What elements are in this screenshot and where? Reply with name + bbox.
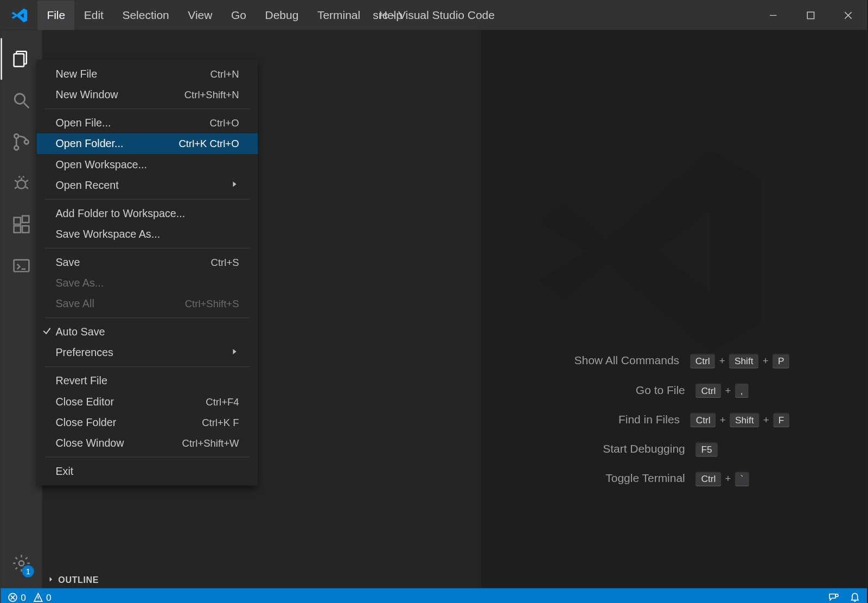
menu-item-label: Close Folder xyxy=(55,416,116,428)
activity-bar: 1 xyxy=(1,30,42,588)
menu-selection[interactable]: Selection xyxy=(113,1,178,30)
svg-rect-9 xyxy=(14,226,21,232)
menu-item-shortcut: Ctrl+N xyxy=(210,68,239,80)
vscode-watermark-icon xyxy=(529,131,770,375)
menu-item-shortcut: Ctrl+S xyxy=(211,257,239,268)
menu-item-label: Close Window xyxy=(55,437,124,449)
file-menu-item[interactable]: New WindowCtrl+Shift+N xyxy=(37,84,258,105)
chevron-right-icon xyxy=(229,179,239,191)
file-menu-item[interactable]: Close FolderCtrl+K F xyxy=(37,412,258,433)
menu-item-label: Save xyxy=(55,256,80,268)
chevron-right-icon xyxy=(46,575,55,584)
file-menu-item[interactable]: New FileCtrl+N xyxy=(37,64,258,84)
svg-rect-10 xyxy=(22,226,29,232)
svg-point-4 xyxy=(14,134,18,138)
menu-item-label: Exit xyxy=(55,465,73,477)
file-menu-item[interactable]: Open Workspace... xyxy=(37,154,258,175)
svg-point-15 xyxy=(835,594,838,596)
maximize-button[interactable] xyxy=(792,1,829,30)
shortcut-keys: Ctrl+, xyxy=(696,383,790,397)
file-menu-item[interactable]: Revert File xyxy=(37,370,258,391)
file-menu-item[interactable]: SaveCtrl+S xyxy=(37,252,258,272)
menu-file[interactable]: File xyxy=(37,1,74,30)
menu-separator xyxy=(45,248,250,249)
key: F5 xyxy=(696,442,718,456)
menu-view[interactable]: View xyxy=(178,1,222,30)
key: ` xyxy=(735,471,749,486)
activity-source-control[interactable] xyxy=(1,121,42,163)
menu-item-label: Auto Save xyxy=(55,326,105,338)
file-menu-item[interactable]: Auto Save xyxy=(37,321,258,342)
menu-item-label: Add Folder to Workspace... xyxy=(55,207,185,219)
shortcut-label: Toggle Terminal xyxy=(565,472,685,485)
plus-separator: + xyxy=(725,384,731,396)
menu-item-label: Close Editor xyxy=(55,396,114,408)
shortcut-keys: Ctrl+Shift+F xyxy=(691,412,789,427)
activity-debug[interactable] xyxy=(1,163,42,205)
menu-item-label: Open File... xyxy=(55,117,111,129)
shortcut-keys: Ctrl+` xyxy=(696,471,790,486)
warning-icon xyxy=(33,592,43,602)
close-button[interactable] xyxy=(829,1,867,30)
warning-count: 0 xyxy=(46,592,52,602)
file-menu-item[interactable]: Open Folder...Ctrl+K Ctrl+O xyxy=(37,134,258,154)
plus-separator: + xyxy=(720,414,726,426)
outline-section[interactable]: OUTLINE xyxy=(42,570,482,588)
svg-rect-12 xyxy=(14,260,29,272)
menu-item-shortcut: Ctrl+K Ctrl+O xyxy=(178,138,239,149)
menu-edit[interactable]: Edit xyxy=(74,1,113,30)
activity-explorer[interactable] xyxy=(1,38,42,80)
shortcut-label: Go to File xyxy=(565,383,685,397)
activity-console[interactable] xyxy=(1,246,42,288)
menu-item-label: New Window xyxy=(55,89,118,101)
feedback-icon[interactable] xyxy=(828,592,839,602)
status-problems[interactable]: 0 0 xyxy=(8,592,52,602)
bell-icon[interactable] xyxy=(850,592,860,602)
file-menu-item[interactable]: Open File...Ctrl+O xyxy=(37,112,258,133)
file-menu-item[interactable]: Add Folder to Workspace... xyxy=(37,203,258,224)
minimize-button[interactable] xyxy=(755,1,792,30)
menu-item-label: Save Workspace As... xyxy=(55,228,160,240)
svg-rect-2 xyxy=(14,54,24,66)
file-menu-item[interactable]: Save Workspace As... xyxy=(37,224,258,244)
menu-go[interactable]: Go xyxy=(222,1,256,30)
svg-point-5 xyxy=(14,146,18,150)
svg-point-7 xyxy=(17,180,25,188)
svg-rect-8 xyxy=(14,218,21,224)
activity-search[interactable] xyxy=(1,80,42,122)
vscode-logo-icon xyxy=(1,1,37,30)
menu-separator xyxy=(45,457,250,458)
file-menu-item[interactable]: Open Recent xyxy=(37,175,258,195)
menu-item-shortcut: Ctrl+K F xyxy=(202,417,239,428)
plus-separator: + xyxy=(763,414,769,426)
activity-settings[interactable]: 1 xyxy=(1,543,42,585)
titlebar: FileEditSelectionViewGoDebugTerminalHelp… xyxy=(1,1,867,30)
error-icon xyxy=(8,592,18,602)
file-menu-dropdown: New FileCtrl+NNew WindowCtrl+Shift+NOpen… xyxy=(37,60,258,486)
file-menu-item[interactable]: Close WindowCtrl+Shift+W xyxy=(37,433,258,453)
menu-separator xyxy=(45,109,250,109)
file-menu-item[interactable]: Preferences xyxy=(37,342,258,363)
menu-item-label: Open Recent xyxy=(55,179,118,191)
menu-item-shortcut: Ctrl+O xyxy=(210,117,239,129)
svg-rect-11 xyxy=(22,216,29,223)
key: Ctrl xyxy=(696,383,722,397)
menu-item-label: Open Folder... xyxy=(55,138,123,150)
key: P xyxy=(773,353,789,368)
window-controls xyxy=(755,1,867,30)
body: 1 OUTLINE Show All CommandsCtrl+Shift+PG… xyxy=(1,30,867,588)
file-menu-item[interactable]: Close EditorCtrl+F4 xyxy=(37,391,258,412)
file-menu-item[interactable]: Exit xyxy=(37,461,258,481)
chevron-right-icon xyxy=(229,347,239,359)
menu-item-label: Revert File xyxy=(55,375,107,386)
menu-terminal[interactable]: Terminal xyxy=(308,1,370,30)
shortcut-row: Toggle TerminalCtrl+` xyxy=(559,471,789,486)
key: Shift xyxy=(730,412,759,427)
menu-bar: FileEditSelectionViewGoDebugTerminalHelp xyxy=(37,1,412,30)
activity-extensions[interactable] xyxy=(1,204,42,246)
settings-badge: 1 xyxy=(22,565,34,577)
file-menu-item: Save As... xyxy=(37,272,258,293)
menu-debug[interactable]: Debug xyxy=(256,1,308,30)
shortcut-label: Start Debugging xyxy=(565,442,685,456)
menu-item-shortcut: Ctrl+F4 xyxy=(206,396,239,407)
